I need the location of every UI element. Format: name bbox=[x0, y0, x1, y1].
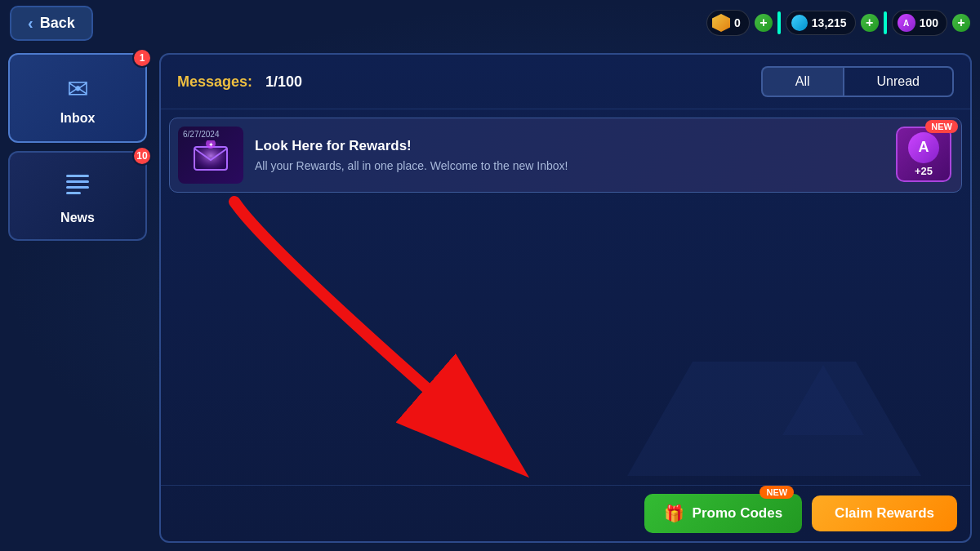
crystals-value: 13,215 bbox=[812, 16, 847, 29]
svg-rect-3 bbox=[66, 192, 81, 194]
currency-tokens: A 100 bbox=[892, 10, 947, 36]
reward-amount: +25 bbox=[915, 165, 933, 177]
gift-icon: 🎁 bbox=[664, 504, 684, 523]
message-reward: NEW A +25 bbox=[896, 127, 953, 184]
promo-label: Promo Codes bbox=[693, 505, 783, 522]
reward-icon-box: A +25 bbox=[896, 127, 951, 182]
sidebar: 1 ✉ Inbox 10 News bbox=[8, 53, 147, 241]
main-panel: Messages: 1/100 All Unread 6/27/2024 bbox=[159, 53, 972, 543]
tab-all[interactable]: All bbox=[761, 66, 843, 97]
inbox-label: Inbox bbox=[60, 111, 96, 126]
messages-label: Messages: bbox=[177, 73, 252, 91]
token-icon: A bbox=[898, 14, 915, 32]
message-thumbnail: 6/27/2024 bbox=[178, 127, 243, 184]
news-label: News bbox=[60, 211, 95, 225]
message-body: All your Rewards, all in one place. Welc… bbox=[255, 159, 884, 172]
messages-count: 1/100 bbox=[265, 73, 302, 91]
claim-rewards-button[interactable]: Claim Rewards bbox=[812, 495, 957, 531]
promo-codes-button[interactable]: NEW 🎁 Promo Codes bbox=[644, 494, 803, 533]
inbox-badge: 1 bbox=[132, 48, 152, 68]
reward-new-badge: NEW bbox=[925, 120, 958, 133]
crystal-icon bbox=[791, 15, 808, 31]
add-crystals-button[interactable]: + bbox=[861, 14, 879, 32]
svg-rect-1 bbox=[66, 180, 89, 183]
message-date: 6/27/2024 bbox=[183, 130, 220, 139]
bottom-bar: NEW 🎁 Promo Codes Claim Rewards bbox=[161, 485, 970, 541]
message-content: Look Here for Rewards! All your Rewards,… bbox=[255, 138, 884, 172]
list-item[interactable]: 6/27/2024 bbox=[169, 118, 962, 193]
add-tokens-button[interactable]: + bbox=[952, 14, 970, 32]
separator bbox=[777, 11, 781, 34]
currency-shields: 0 bbox=[706, 10, 750, 36]
news-icon bbox=[64, 170, 91, 204]
tab-unread[interactable]: Unread bbox=[843, 66, 954, 97]
currency-crystals: 13,215 bbox=[786, 11, 856, 35]
sidebar-item-news[interactable]: 10 News bbox=[8, 151, 147, 241]
chevron-left-icon: ‹ bbox=[28, 14, 33, 33]
message-title: Look Here for Rewards! bbox=[255, 138, 884, 154]
separator2 bbox=[884, 11, 887, 34]
sidebar-item-inbox[interactable]: 1 ✉ Inbox bbox=[8, 53, 147, 143]
tab-group: All Unread bbox=[761, 66, 954, 97]
reward-icon: A bbox=[908, 132, 939, 163]
top-bar: ‹ Back 0 + 13,215 + A 100 + bbox=[0, 0, 980, 46]
promo-new-badge: NEW bbox=[760, 486, 794, 499]
inbox-icon: ✉ bbox=[67, 73, 89, 104]
message-list: 6/27/2024 bbox=[161, 109, 970, 485]
panel-header: Messages: 1/100 All Unread bbox=[161, 55, 970, 109]
currency-bar: 0 + 13,215 + A 100 + bbox=[706, 10, 970, 36]
svg-rect-2 bbox=[66, 186, 89, 189]
shields-value: 0 bbox=[734, 16, 741, 29]
shield-icon bbox=[712, 14, 730, 32]
news-badge: 10 bbox=[132, 146, 152, 166]
message-thumb-icon: ✦ bbox=[191, 140, 230, 179]
svg-text:✦: ✦ bbox=[208, 141, 214, 149]
back-label: Back bbox=[40, 15, 75, 32]
back-button[interactable]: ‹ Back bbox=[10, 6, 93, 41]
add-shields-button[interactable]: + bbox=[755, 14, 773, 32]
tokens-value: 100 bbox=[920, 16, 938, 29]
svg-rect-0 bbox=[66, 175, 89, 177]
